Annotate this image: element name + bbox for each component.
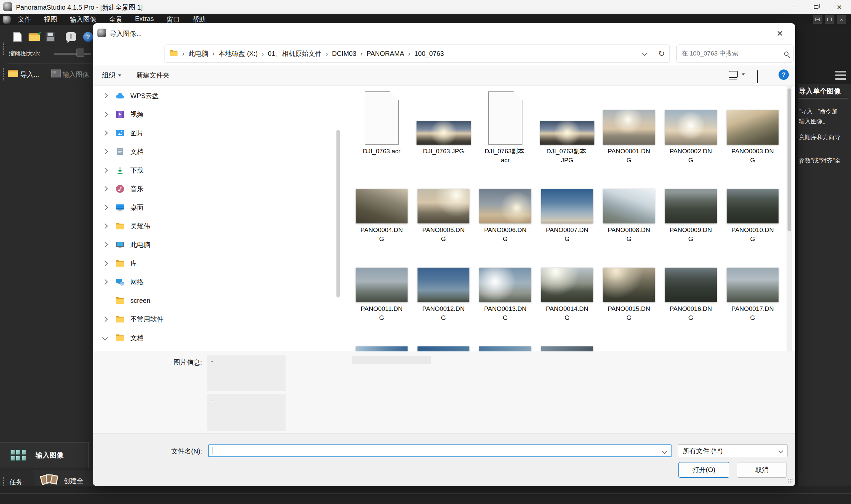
chevron-right-icon[interactable]: [103, 223, 108, 229]
file-item[interactable]: PANO0002.DNG: [660, 90, 722, 165]
file-item[interactable]: DJI_0763副本.acr: [474, 90, 536, 165]
file-item[interactable]: PANO0014.DNG: [536, 247, 598, 322]
help-icon[interactable]: ?: [83, 32, 93, 42]
breadcrumb-item[interactable]: 此电脑: [188, 49, 209, 58]
breadcrumb-item[interactable]: PANORAMA: [367, 50, 404, 57]
thumbnail-size-slider-handle[interactable]: [76, 49, 84, 57]
file-item[interactable]: [536, 326, 598, 352]
chevron-right-icon[interactable]: [103, 130, 108, 136]
tree-item-WPS云盘[interactable]: WPS云盘: [96, 87, 336, 105]
file-item[interactable]: PANO0008.DNG: [598, 168, 660, 244]
chevron-right-icon[interactable]: [103, 242, 108, 248]
file-item[interactable]: DJI_0763副本.JPG: [536, 90, 598, 165]
dialog-help-button[interactable]: ?: [779, 70, 789, 80]
chevron-right-icon[interactable]: [103, 167, 108, 173]
file-item[interactable]: [351, 326, 413, 352]
file-item[interactable]: [474, 326, 536, 352]
tree-item-文档[interactable]: 文档: [96, 142, 336, 161]
file-item[interactable]: PANO0015.DNG: [598, 247, 660, 322]
filename-dropdown-icon[interactable]: [662, 449, 667, 454]
save-project-icon[interactable]: [46, 32, 55, 41]
address-dropdown-icon[interactable]: [642, 51, 647, 56]
file-item[interactable]: DJI_0763.JPG: [413, 90, 474, 165]
organize-button[interactable]: 组织: [102, 71, 121, 80]
file-grid-scrollbar[interactable]: [786, 86, 792, 352]
file-item[interactable]: PANO0016.DNG: [660, 247, 722, 322]
file-item[interactable]: PANO0005.DNG: [413, 168, 474, 244]
search-input[interactable]: [682, 50, 784, 57]
tree-item-partial[interactable]: [96, 347, 336, 352]
open-button[interactable]: 打开(O): [678, 462, 729, 478]
file-grid-scrollbar-thumb[interactable]: [787, 88, 791, 231]
breadcrumb-item[interactable]: DCIM03: [332, 50, 356, 57]
breadcrumb-item[interactable]: 01、相机原始文件: [268, 49, 322, 58]
menu-item[interactable]: Extras: [135, 15, 154, 24]
tree-item-库[interactable]: 库: [96, 254, 336, 273]
filename-input[interactable]: [209, 445, 671, 457]
chevron-down-icon[interactable]: [103, 335, 108, 341]
tab-input-images[interactable]: 输入图像: [0, 442, 89, 468]
view-mode-button[interactable]: [729, 71, 745, 78]
info-icon[interactable]: i: [66, 32, 76, 41]
chevron-right-icon[interactable]: [103, 279, 108, 285]
refresh-icon[interactable]: ↻: [658, 49, 665, 58]
file-item[interactable]: PANO0003.DNG: [722, 90, 783, 165]
file-item[interactable]: PANO0012.DNG: [413, 247, 474, 322]
tree-item-吴耀伟[interactable]: 吴耀伟: [96, 217, 336, 235]
close-button[interactable]: ×: [828, 0, 851, 14]
file-item[interactable]: PANO0017.DNG: [722, 247, 783, 322]
hamburger-menu-icon[interactable]: [835, 71, 846, 80]
menu-item[interactable]: 窗口: [166, 15, 180, 24]
file-item[interactable]: PANO0013.DNG: [474, 247, 536, 322]
file-item[interactable]: DJI_0763.acr: [351, 90, 413, 165]
file-item[interactable]: PANO0006.DNG: [474, 168, 536, 244]
thumbnail-size-slider[interactable]: [54, 53, 91, 55]
chevron-right-icon[interactable]: [103, 260, 108, 266]
menu-item[interactable]: 文件: [18, 15, 31, 24]
file-item[interactable]: PANO0004.DNG: [351, 168, 413, 244]
restore-button[interactable]: [804, 0, 828, 14]
file-item[interactable]: PANO0011.DNG: [351, 247, 413, 322]
file-item[interactable]: PANO0007.DNG: [536, 168, 598, 244]
file-item[interactable]: PANO0001.DNG: [598, 90, 660, 165]
tree-item-音乐[interactable]: 音乐: [96, 180, 336, 198]
menu-item[interactable]: 视图: [44, 15, 57, 24]
cancel-button[interactable]: 取消: [737, 462, 787, 478]
preview-pane-button[interactable]: [757, 71, 758, 83]
toolbar-grip-2[interactable]: [3, 68, 5, 81]
chevron-right-icon[interactable]: [103, 186, 108, 192]
breadcrumb-item[interactable]: 100_0763: [414, 50, 444, 57]
mdi-close-button[interactable]: ×: [837, 15, 846, 24]
file-item[interactable]: PANO0009.DNG: [660, 168, 722, 244]
minimize-button[interactable]: [781, 0, 804, 14]
open-project-icon[interactable]: [29, 32, 40, 41]
tree-item-图片[interactable]: 图片: [96, 124, 336, 142]
address-bar[interactable]: ›此电脑›本地磁盘 (X:)›01、相机原始文件›DCIM03›PANORAMA…: [165, 44, 670, 62]
menu-item[interactable]: 输入图像: [70, 15, 96, 24]
dialog-close-button[interactable]: ×: [773, 26, 787, 40]
dialog-resize-grip[interactable]: [788, 479, 793, 483]
filetype-select[interactable]: 所有文件 (*.*): [678, 445, 787, 457]
tree-item-网络[interactable]: 网络: [96, 273, 336, 291]
new-project-icon[interactable]: [13, 32, 22, 42]
menu-item[interactable]: 全景: [109, 15, 122, 24]
chevron-right-icon[interactable]: [103, 112, 108, 118]
chevron-right-icon[interactable]: [103, 149, 108, 155]
mdi-minimize-button[interactable]: [813, 15, 822, 24]
file-item[interactable]: [413, 326, 474, 352]
toolbar-grip[interactable]: [3, 42, 5, 55]
import-button[interactable]: 导入...: [20, 70, 39, 79]
tree-item-视频[interactable]: 视频: [96, 105, 336, 124]
breadcrumb-item[interactable]: 本地磁盘 (X:): [218, 49, 258, 58]
mdi-restore-button[interactable]: [825, 15, 834, 24]
chevron-right-icon[interactable]: [103, 317, 108, 322]
tree-item-下载[interactable]: 下载: [96, 161, 336, 180]
tree-item-不常用软件[interactable]: 不常用软件: [96, 310, 336, 328]
chevron-right-icon[interactable]: [103, 93, 108, 99]
new-folder-button[interactable]: 新建文件夹: [136, 71, 169, 80]
menu-item[interactable]: 帮助: [193, 15, 206, 24]
tree-scrollbar[interactable]: [337, 130, 340, 298]
chevron-right-icon[interactable]: [103, 205, 108, 211]
tree-item-桌面[interactable]: 桌面: [96, 198, 336, 217]
tree-item-screen[interactable]: screen: [96, 291, 336, 310]
